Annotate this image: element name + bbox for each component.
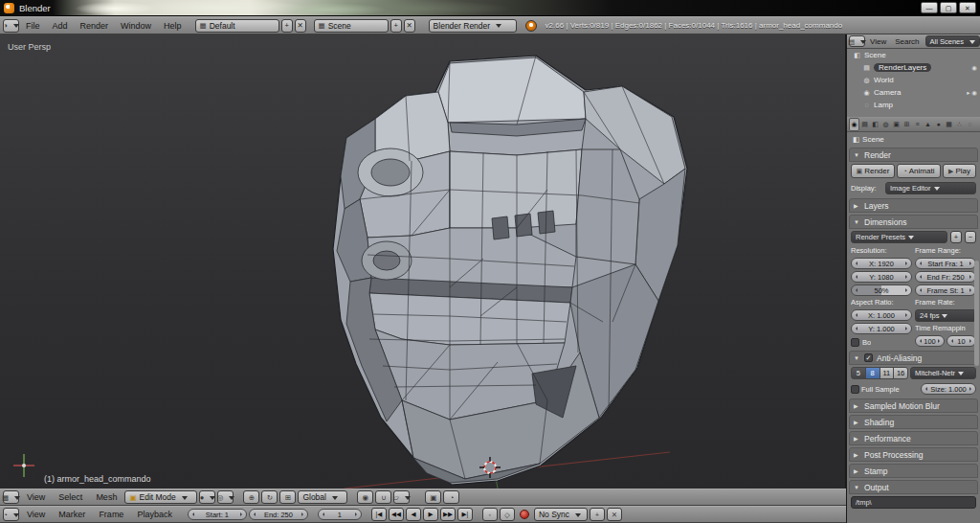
resolution-x-field[interactable]: X: 1920	[851, 258, 912, 269]
frame-step-field[interactable]: Frame St: 1	[915, 284, 976, 296]
pivot-point-button[interactable]: ◎	[217, 490, 234, 504]
menu-frame[interactable]: Frame	[93, 507, 129, 522]
orientation-selector[interactable]: Global	[298, 490, 347, 504]
remap-new-field[interactable]: 10	[947, 335, 976, 347]
info-editor-type-button[interactable]: ◑	[3, 19, 19, 33]
close-button[interactable]: ✕	[959, 2, 976, 13]
play-button[interactable]: ▶	[423, 508, 438, 521]
opengl-render-button[interactable]: ▣	[425, 490, 441, 504]
menu-marker[interactable]: Marker	[53, 507, 91, 522]
menu-add[interactable]: Add	[47, 17, 74, 34]
panel-header-sampled-motion-blur[interactable]: ▶ Sampled Motion Blur	[849, 398, 978, 413]
resolution-percent-slider[interactable]: 50%	[851, 284, 912, 296]
outliner-menu-view[interactable]: View	[866, 34, 890, 48]
panel-header-layers[interactable]: ▶ Layers	[849, 198, 978, 213]
tab-constraints[interactable]: ⊞	[902, 118, 912, 131]
sync-mode-selector[interactable]: No Sync	[534, 508, 588, 521]
frame-rate-selector[interactable]: 24 fps	[915, 309, 976, 322]
tab-render[interactable]: ◉	[849, 118, 859, 131]
opengl-render-anim-button[interactable]: ◔	[443, 490, 459, 504]
remap-old-field[interactable]: 100	[915, 335, 945, 347]
renderlayers-toggle-icons[interactable]: ◉	[971, 64, 977, 72]
menu-help[interactable]: Help	[158, 17, 188, 34]
mode-selector[interactable]: ▣ Edit Mode	[124, 490, 197, 504]
tab-object-data[interactable]: ▲	[923, 118, 933, 131]
menu-render[interactable]: Render	[75, 17, 115, 34]
keying-set-button[interactable]: ◇	[500, 508, 515, 521]
aa-size-field[interactable]: Size: 1.000	[921, 383, 976, 395]
current-frame-field[interactable]: 1	[318, 509, 362, 520]
scene-delete-button[interactable]: ✕	[404, 19, 415, 33]
menu-window[interactable]: Window	[115, 17, 157, 34]
next-keyframe-button[interactable]: ▶▶	[440, 508, 456, 521]
snap-toggle-button[interactable]: ∪	[375, 490, 391, 504]
camera-toggle-icons[interactable]: ▸ ◉	[967, 89, 977, 97]
aa-samples-5-button[interactable]: 5	[851, 367, 866, 379]
tab-material[interactable]: ●	[933, 118, 944, 131]
minimize-button[interactable]: —	[921, 2, 938, 13]
menu-view[interactable]: View	[21, 489, 51, 505]
manipulator-translate-button[interactable]: ⊕	[243, 490, 259, 504]
render-presets-selector[interactable]: Render Presets	[851, 231, 947, 243]
tab-object[interactable]: ▣	[891, 118, 902, 131]
panel-header-output[interactable]: ▼ Output	[849, 480, 978, 494]
panel-header-performance[interactable]: ▶ Performance	[849, 431, 978, 445]
outliner-item-world[interactable]: ◍ World	[847, 74, 980, 86]
menu-select[interactable]: Select	[53, 489, 88, 505]
panel-header-stamp[interactable]: ▶ Stamp	[849, 464, 978, 478]
snap-element-button[interactable]: ▱	[393, 490, 410, 504]
panel-header-dimensions[interactable]: ▼ Dimensions	[849, 215, 978, 229]
tab-particles[interactable]: ∴	[954, 118, 965, 131]
prev-keyframe-button[interactable]: ◀◀	[389, 508, 404, 521]
render-still-button[interactable]: ▣ Render	[851, 164, 895, 178]
outliner-item-scene[interactable]: ◧ Scene	[847, 49, 980, 61]
properties-scrollbar[interactable]	[974, 261, 979, 366]
panel-header-anti-aliasing[interactable]: ▼ ✓ Anti-Aliasing	[849, 351, 978, 365]
preset-add-button[interactable]: +	[950, 231, 962, 243]
tab-world[interactable]: ◍	[880, 118, 891, 131]
output-path-field[interactable]: /tmp\	[851, 496, 976, 509]
aa-filter-selector[interactable]: Mitchell-Netr	[910, 367, 976, 379]
frame-end-field[interactable]: End: 250	[249, 509, 308, 520]
viewport-editor-type-button[interactable]: ▦	[3, 490, 19, 504]
play-reverse-button[interactable]: ◀	[406, 508, 421, 521]
outliner-item-lamp[interactable]: ◌ Lamp	[847, 99, 980, 111]
aspect-x-field[interactable]: X: 1.000	[851, 309, 912, 321]
render-engine-selector[interactable]: Blender Render	[429, 19, 517, 33]
screen-layout-delete-button[interactable]: ✕	[295, 19, 306, 33]
frame-start-field[interactable]: Start: 1	[188, 509, 247, 520]
panel-header-post-processing[interactable]: ▶ Post Processing	[849, 447, 978, 462]
aa-samples-8-button[interactable]: 8	[865, 367, 880, 379]
outliner-item-renderlayers[interactable]: ▤ RenderLayers ◉	[847, 61, 980, 74]
border-checkbox[interactable]	[851, 338, 859, 347]
scene-add-button[interactable]: +	[390, 19, 402, 33]
aa-samples-11-button[interactable]: 11	[880, 367, 895, 379]
maximize-button[interactable]: ▢	[940, 2, 957, 13]
viewport-shading-button[interactable]: ●	[199, 490, 215, 504]
manipulator-scale-button[interactable]: ⊞	[279, 490, 296, 504]
panel-header-shading[interactable]: ▶ Shading	[849, 415, 978, 429]
timeline-editor-type-button[interactable]: ◔	[3, 508, 19, 521]
full-sample-checkbox[interactable]	[851, 385, 859, 394]
manipulator-rotate-button[interactable]: ↻	[261, 490, 278, 504]
outliner-filter-selector[interactable]: All Scenes	[925, 35, 980, 47]
menu-file[interactable]: File	[20, 17, 46, 34]
anti-aliasing-checkbox[interactable]: ✓	[864, 353, 873, 362]
outliner-editor-type-button[interactable]: ▤	[849, 35, 865, 47]
insert-keyframe-button[interactable]: +	[590, 508, 605, 521]
auto-keyframe-button[interactable]: ◦	[482, 508, 498, 521]
render-animation-button[interactable]: ◔ Animati	[897, 164, 941, 178]
outliner-menu-search[interactable]: Search	[891, 34, 923, 48]
end-frame-field[interactable]: End Fr: 250	[915, 271, 976, 283]
record-button[interactable]	[520, 510, 529, 519]
preset-remove-button[interactable]: −	[965, 231, 976, 243]
aa-samples-16-button[interactable]: 16	[893, 367, 908, 379]
tab-texture[interactable]: ▦	[944, 118, 954, 131]
menu-playback[interactable]: Playback	[131, 507, 178, 522]
jump-to-start-button[interactable]: |◀	[371, 508, 387, 521]
viewport-3d[interactable]: User Persp (1) armor_head_commando	[0, 34, 846, 489]
menu-timeline-view[interactable]: View	[21, 507, 51, 522]
render-play-button[interactable]: ▶ Play	[943, 164, 976, 178]
tab-modifiers[interactable]: ≡	[912, 118, 923, 131]
resolution-y-field[interactable]: Y: 1080	[851, 271, 912, 283]
